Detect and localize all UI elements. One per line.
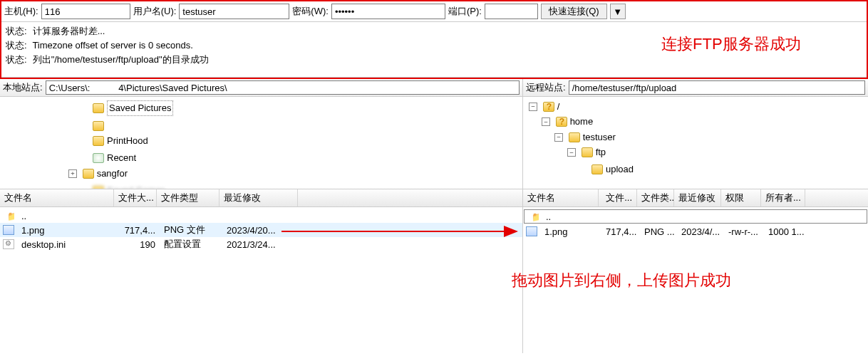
local-site-bar: 本地站点:: [0, 79, 523, 96]
local-path-input[interactable]: [46, 80, 520, 95]
tree-node[interactable]: + sangfor: [68, 165, 520, 181]
status-line: Timezone offset of server is 0 seconds.: [32, 40, 192, 51]
user-input[interactable]: [179, 4, 289, 19]
quick-connect-button[interactable]: 快速连接(Q): [541, 4, 607, 19]
folder-icon: [93, 136, 104, 146]
col-size[interactable]: 文件大...: [114, 189, 157, 206]
status-label: 状态:: [6, 53, 30, 66]
remote-site-bar: 远程站点:: [523, 79, 868, 96]
col-modified[interactable]: 最近修改: [674, 189, 721, 206]
col-name[interactable]: 文件名: [523, 189, 599, 206]
status-line: 列出"/home/testuser/ftp/upload"的目录成功: [33, 54, 209, 65]
host-label: 主机(H):: [4, 5, 38, 18]
connection-bar: 主机(H): 用户名(U): 密码(W): 端口(P): 快速连接(Q) ▼: [1, 1, 867, 22]
tree-node[interactable]: − ftp upload: [567, 145, 865, 177]
user-label: 用户名(U):: [133, 5, 177, 18]
col-size[interactable]: 文件...: [599, 189, 637, 206]
folder-unknown-icon: [556, 117, 567, 127]
col-permissions[interactable]: 权限: [721, 189, 761, 206]
list-row-updir[interactable]: 📁 ..: [0, 209, 522, 223]
tree-node[interactable]: PrintHood: [81, 131, 520, 148]
folder-icon: [569, 132, 580, 142]
list-row[interactable]: 1.png 717,4... PNG 文件 2023/4/20...: [0, 223, 522, 237]
tree-node[interactable]: Saved Pictures: [81, 98, 520, 116]
tree-node[interactable]: Recent: [81, 148, 520, 165]
status-label: 状态:: [6, 25, 30, 38]
tree-node[interactable]: − home − testuser − ftp upload: [542, 114, 865, 177]
pass-label: 密码(W):: [292, 5, 329, 18]
port-input[interactable]: [485, 4, 538, 19]
list-header[interactable]: 文件名 文件... 文件类... 最近修改 权限 所有者...: [523, 189, 868, 207]
local-site-label: 本地站点:: [3, 81, 43, 94]
expander-minus-icon[interactable]: −: [542, 117, 550, 126]
remote-file-list[interactable]: 文件名 文件... 文件类... 最近修改 权限 所有者... 📁 .. 1.p…: [523, 189, 868, 353]
status-label: 状态:: [6, 39, 30, 52]
tree-node[interactable]: − / − home − testuser − ftp upload: [529, 98, 865, 177]
col-modified[interactable]: 最近修改: [219, 189, 298, 206]
list-row-updir[interactable]: 📁 ..: [524, 209, 867, 224]
quick-connect-dropdown[interactable]: ▼: [610, 4, 626, 19]
folder-unknown-icon: [543, 102, 554, 112]
tree-node[interactable]: Saved Games: [81, 181, 520, 189]
folder-icon: [93, 186, 104, 189]
tree-node[interactable]: upload: [580, 159, 865, 177]
remote-tree[interactable]: − / − home − testuser − ftp upload: [523, 97, 868, 189]
updir-icon: 📁: [3, 211, 14, 221]
folder-icon: [83, 169, 94, 179]
recent-icon: [93, 153, 104, 163]
expander-minus-icon[interactable]: −: [554, 133, 563, 142]
folder-icon: [93, 103, 104, 113]
pass-input[interactable]: [331, 4, 445, 19]
remote-path-input[interactable]: [569, 80, 865, 95]
list-row[interactable]: 1.png 717,4... PNG ... 2023/4/... -rw-r-…: [523, 224, 868, 239]
tree-node[interactable]: − testuser − ftp upload: [554, 129, 865, 177]
folder-icon: [591, 164, 603, 174]
image-file-icon: [3, 225, 14, 235]
col-type[interactable]: 文件类型: [157, 189, 219, 206]
tree-node[interactable]: [81, 116, 520, 131]
updir-icon: 📁: [527, 211, 539, 221]
status-line: 计算服务器时差...: [33, 26, 105, 36]
remote-site-label: 远程站点:: [526, 81, 566, 94]
image-file-icon: [526, 226, 537, 236]
list-header[interactable]: 文件名 文件大... 文件类型 最近修改: [0, 189, 522, 207]
col-type[interactable]: 文件类...: [637, 189, 674, 206]
expander-minus-icon[interactable]: −: [567, 148, 576, 157]
folder-icon: [582, 147, 593, 157]
col-owner[interactable]: 所有者...: [761, 189, 805, 206]
list-row[interactable]: desktop.ini 190 配置设置 2021/3/24...: [0, 237, 522, 251]
host-input[interactable]: [41, 4, 130, 19]
expander-plus-icon[interactable]: +: [68, 169, 77, 178]
config-file-icon: [3, 239, 14, 249]
col-name[interactable]: 文件名: [0, 189, 114, 206]
port-label: 端口(P):: [448, 5, 482, 18]
local-tree[interactable]: Saved Pictures PrintHood Recent + sangfo…: [0, 97, 523, 189]
local-file-list[interactable]: 文件名 文件大... 文件类型 最近修改 📁 .. 1.png 717,4...…: [0, 189, 523, 353]
status-log: 状态: 计算服务器时差... 状态: Timezone offset of se…: [1, 22, 867, 78]
expander-minus-icon[interactable]: −: [529, 103, 537, 111]
folder-icon: [93, 121, 104, 131]
